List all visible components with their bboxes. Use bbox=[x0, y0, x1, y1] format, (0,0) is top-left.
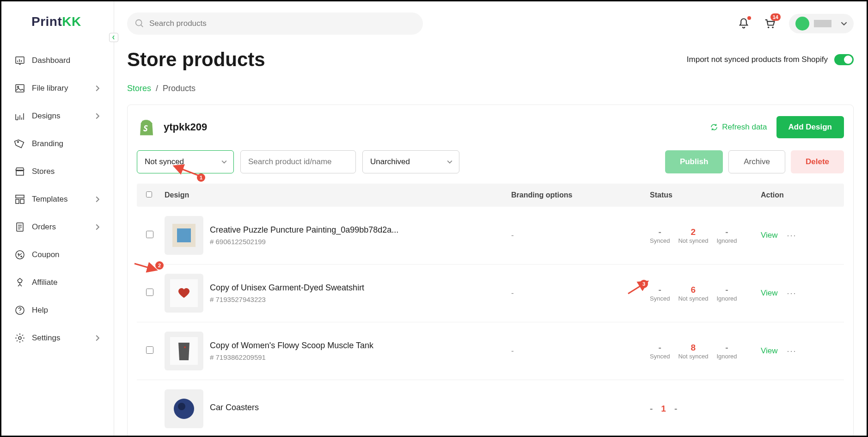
import-toggle[interactable] bbox=[834, 54, 854, 65]
notifications-button[interactable] bbox=[737, 17, 750, 30]
svg-rect-5 bbox=[16, 199, 19, 203]
filter-search-input[interactable] bbox=[240, 150, 356, 173]
table-row: Creative Puzzle Puncture Painting_0a99bb… bbox=[137, 207, 844, 265]
notification-dot bbox=[747, 16, 751, 20]
sidebar-item-file-library[interactable]: File library bbox=[1, 74, 114, 102]
gear-icon bbox=[14, 332, 25, 344]
image-icon bbox=[14, 83, 25, 94]
branding-cell: - bbox=[511, 346, 650, 356]
global-search bbox=[127, 12, 423, 35]
sidebar-item-label: Affiliate bbox=[32, 278, 57, 287]
add-design-button[interactable]: Add Design bbox=[776, 116, 844, 138]
sidebar-item-affiliate[interactable]: Affiliate bbox=[1, 269, 114, 296]
more-actions-button[interactable]: ··· bbox=[787, 231, 797, 240]
view-button[interactable]: View bbox=[761, 346, 778, 356]
orders-icon bbox=[14, 222, 25, 233]
store-name: ytpkk209 bbox=[164, 121, 207, 133]
chevron-right-icon bbox=[94, 85, 101, 92]
view-button[interactable]: View bbox=[761, 231, 778, 240]
sidebar-item-stores[interactable]: Stores bbox=[1, 158, 114, 185]
sidebar-item-label: Help bbox=[32, 306, 48, 315]
delete-button[interactable]: Delete bbox=[791, 150, 844, 173]
table-row: Copy of Women's Flowy Scoop Muscle Tank … bbox=[137, 322, 844, 380]
search-icon bbox=[134, 18, 145, 29]
svg-point-3 bbox=[18, 142, 18, 142]
product-thumbnail bbox=[165, 389, 203, 428]
sidebar-item-help[interactable]: Help bbox=[1, 296, 114, 324]
header-design: Design bbox=[165, 191, 511, 199]
product-name: Copy of Unisex Garment-Dyed Sweatshirt bbox=[210, 283, 364, 293]
header-status: Status bbox=[650, 191, 761, 199]
chevron-down-icon bbox=[221, 159, 227, 165]
svg-point-2 bbox=[18, 86, 19, 88]
sidebar-item-label: Templates bbox=[32, 195, 67, 204]
avatar bbox=[795, 17, 809, 31]
select-all-checkbox[interactable] bbox=[146, 191, 152, 197]
products-panel: ytpkk209 Refresh data Add Design Not syn… bbox=[127, 105, 854, 436]
store-icon bbox=[14, 166, 25, 177]
product-sku: # 6906122502199 bbox=[210, 238, 398, 246]
table-header: Design Branding options Status Action bbox=[137, 184, 844, 207]
product-thumbnail bbox=[165, 274, 203, 313]
coupon-icon bbox=[14, 249, 25, 260]
cart-button[interactable]: 14 bbox=[763, 17, 776, 30]
refresh-data-button[interactable]: Refresh data bbox=[710, 123, 767, 132]
chevron-down-icon bbox=[447, 159, 452, 165]
svg-rect-1 bbox=[16, 85, 24, 92]
sidebar-item-label: Stores bbox=[32, 167, 55, 176]
svg-point-10 bbox=[19, 312, 20, 313]
cart-badge: 14 bbox=[770, 13, 781, 21]
sidebar-item-label: Orders bbox=[32, 222, 56, 232]
sidebar-item-branding[interactable]: Branding bbox=[1, 130, 114, 158]
topbar: 14 bbox=[114, 1, 867, 39]
product-thumbnail bbox=[165, 216, 203, 255]
breadcrumb-stores[interactable]: Stores bbox=[127, 84, 151, 93]
import-toggle-label: Import not synced products from Shopify bbox=[687, 55, 828, 64]
filter-status-select[interactable]: Not synced bbox=[137, 150, 234, 173]
branding-cell: - bbox=[511, 231, 650, 240]
breadcrumb: Stores / Products bbox=[127, 84, 854, 93]
sidebar-item-settings[interactable]: Settings bbox=[1, 324, 114, 352]
product-sku: # 7193862209591 bbox=[210, 353, 373, 361]
breadcrumb-products: Products bbox=[163, 84, 196, 93]
tag-icon bbox=[14, 138, 25, 149]
svg-rect-0 bbox=[16, 57, 24, 63]
svg-point-14 bbox=[772, 26, 774, 28]
product-name: Creative Puzzle Puncture Painting_0a99bb… bbox=[210, 225, 398, 235]
sidebar-item-templates[interactable]: Templates bbox=[1, 185, 114, 213]
annotation-badge-3: 3 bbox=[640, 280, 648, 288]
row-checkbox[interactable] bbox=[146, 231, 153, 238]
product-sku: # 7193527943223 bbox=[210, 295, 364, 303]
sidebar-item-orders[interactable]: Orders bbox=[1, 213, 114, 241]
archive-button[interactable]: Archive bbox=[728, 150, 785, 173]
sidebar-item-label: Dashboard bbox=[32, 56, 70, 65]
main-content: 14 Store products Import not synced prod… bbox=[114, 1, 867, 436]
sidebar-collapse-button[interactable] bbox=[109, 33, 118, 42]
more-actions-button[interactable]: ··· bbox=[787, 289, 797, 298]
header-action: Action bbox=[761, 191, 835, 199]
row-checkbox[interactable] bbox=[146, 346, 153, 354]
more-actions-button[interactable]: ··· bbox=[787, 346, 797, 356]
row-checkbox[interactable] bbox=[146, 289, 153, 296]
svg-rect-16 bbox=[177, 228, 191, 242]
publish-button[interactable]: Publish bbox=[665, 150, 723, 173]
shopify-icon bbox=[137, 117, 156, 137]
sidebar-item-designs[interactable]: Designs bbox=[1, 102, 114, 130]
refresh-icon bbox=[710, 123, 718, 131]
svg-point-13 bbox=[768, 26, 770, 28]
table-row: Copy of Unisex Garment-Dyed Sweatshirt #… bbox=[137, 265, 844, 322]
dashboard-icon bbox=[14, 55, 25, 66]
help-icon bbox=[14, 305, 25, 316]
search-input[interactable] bbox=[127, 12, 423, 35]
templates-icon bbox=[14, 194, 25, 205]
filter-archive-select[interactable]: Unarchived bbox=[362, 150, 459, 173]
profile-menu[interactable] bbox=[789, 14, 854, 33]
annotation-badge-1: 1 bbox=[197, 173, 205, 182]
sidebar-item-label: Designs bbox=[32, 111, 60, 121]
sidebar-item-dashboard[interactable]: Dashboard bbox=[1, 47, 114, 74]
view-button[interactable]: View bbox=[761, 289, 778, 298]
svg-point-12 bbox=[136, 20, 142, 26]
sidebar-item-coupon[interactable]: Coupon bbox=[1, 241, 114, 269]
sidebar-item-label: Branding bbox=[32, 139, 63, 148]
chevron-down-icon bbox=[841, 20, 847, 27]
